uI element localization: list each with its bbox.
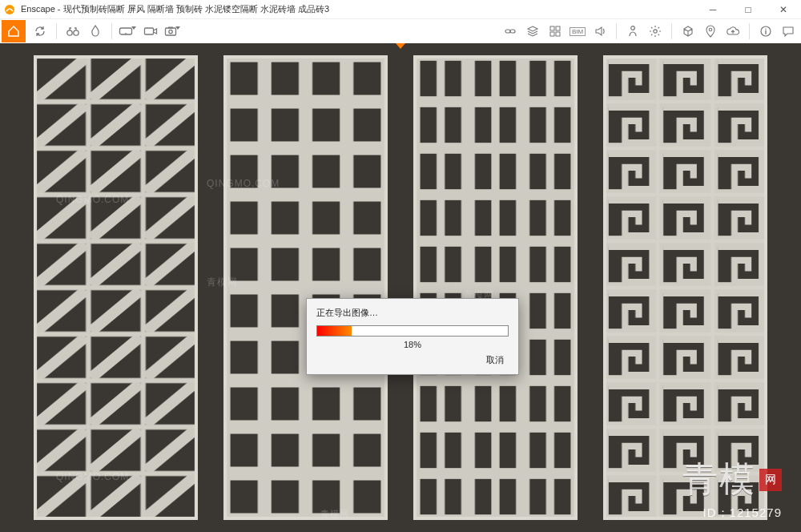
- window-titlebar: Enscape - 现代预制砖隔断 屏风 隔断墙 预制砖 水泥镂空隔断 水泥砖墙…: [0, 0, 801, 19]
- info-icon[interactable]: [756, 22, 775, 41]
- model-panel-1: [34, 55, 198, 520]
- screenshot-icon[interactable]: [163, 22, 183, 41]
- svg-point-14: [631, 26, 635, 30]
- bim-label[interactable]: BIM: [568, 22, 587, 41]
- dialog-title: 正在导出图像…: [316, 307, 509, 319]
- svg-point-0: [5, 5, 14, 14]
- separator: [111, 23, 112, 39]
- window-title: Enscape - 现代预制砖隔断 屏风 隔断墙 预制砖 水泥镂空隔断 水泥砖墙…: [21, 3, 695, 15]
- model-id-label: ID：1215279: [703, 506, 782, 521]
- model-panel-3: [413, 55, 578, 520]
- binoculars-icon[interactable]: [63, 22, 83, 41]
- sound-icon[interactable]: [590, 22, 610, 41]
- separator: [671, 23, 672, 39]
- location-icon[interactable]: [701, 22, 720, 41]
- svg-rect-35: [603, 55, 767, 520]
- svg-point-6: [169, 30, 172, 33]
- svg-rect-11: [556, 26, 560, 30]
- svg-point-1: [67, 30, 72, 35]
- assets-icon[interactable]: [545, 22, 565, 41]
- person-icon[interactable]: [623, 22, 642, 41]
- model-panel-2: [223, 55, 388, 520]
- svg-point-2: [74, 30, 78, 35]
- svg-point-16: [709, 28, 712, 31]
- export-progress-dialog: 正在导出图像… 18% 取消: [306, 298, 519, 375]
- svg-rect-10: [550, 26, 554, 30]
- svg-rect-8: [505, 30, 510, 33]
- render-viewport[interactable]: QINGMO.COM QINGMO.COM 青模网 青模网 QINGMO.COM…: [0, 43, 801, 532]
- cube-icon[interactable]: [678, 22, 698, 41]
- feedback-icon[interactable]: [779, 22, 798, 41]
- svg-rect-7: [168, 27, 173, 29]
- link-icon[interactable]: [501, 22, 520, 41]
- separator: [749, 23, 750, 39]
- layers-icon[interactable]: [523, 22, 542, 41]
- svg-rect-12: [550, 32, 554, 36]
- window-controls: ─ □ ✕: [695, 0, 801, 19]
- close-button[interactable]: ✕: [766, 0, 801, 19]
- svg-rect-13: [556, 32, 560, 36]
- sync-icon[interactable]: [30, 22, 50, 41]
- svg-rect-30: [413, 55, 578, 520]
- separator: [616, 23, 617, 39]
- vr-headset-icon[interactable]: [119, 22, 138, 41]
- maximize-button[interactable]: □: [731, 0, 766, 19]
- flame-icon[interactable]: [86, 22, 105, 41]
- progress-fill: [317, 326, 352, 336]
- main-toolbar: BIM: [0, 19, 801, 43]
- gear-icon[interactable]: [646, 22, 665, 41]
- app-icon: [3, 3, 16, 16]
- progress-bar: [316, 325, 509, 337]
- svg-rect-5: [166, 28, 176, 35]
- svg-rect-25: [223, 55, 388, 520]
- model-panel-4: [603, 55, 767, 520]
- svg-rect-4: [145, 28, 154, 34]
- camera-icon[interactable]: [141, 22, 160, 41]
- cloud-upload-icon[interactable]: [723, 22, 743, 41]
- dropdown-caret-icon: [175, 26, 180, 30]
- svg-rect-9: [510, 30, 515, 33]
- svg-rect-21: [34, 55, 198, 520]
- toolbar-right-group: BIM: [499, 22, 799, 41]
- separator: [56, 23, 57, 39]
- svg-point-15: [654, 30, 657, 33]
- dropdown-caret-icon: [131, 26, 136, 30]
- top-marker-icon: [396, 43, 405, 49]
- cancel-button[interactable]: 取消: [481, 353, 509, 368]
- home-button[interactable]: [2, 20, 26, 42]
- minimize-button[interactable]: ─: [695, 0, 731, 19]
- progress-percent: 18%: [316, 340, 509, 349]
